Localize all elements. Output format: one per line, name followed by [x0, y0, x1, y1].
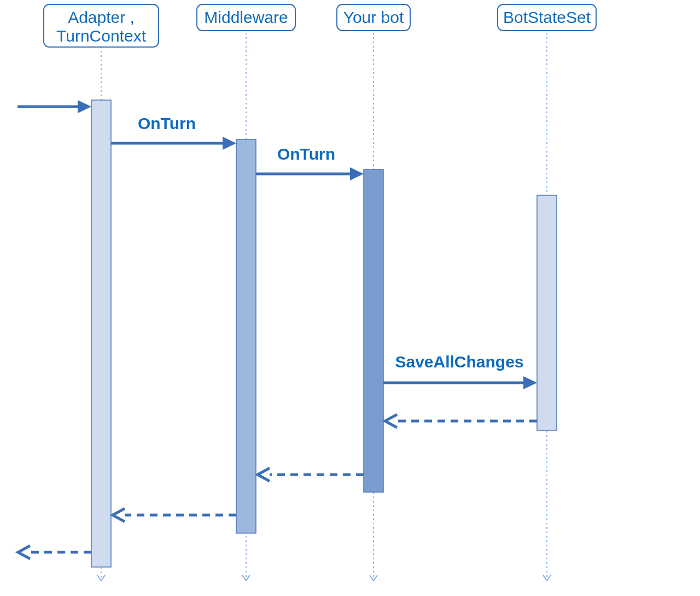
activation-yourbot	[364, 170, 383, 492]
sequence-diagram: Adapter , TurnContext Middleware Your bo…	[0, 0, 700, 596]
label-onturn-1: OnTurn	[138, 114, 196, 132]
arrowhead-icon	[78, 100, 91, 113]
arrowhead-open-icon	[113, 509, 125, 522]
participant-adapter-label-2: TurnContext	[56, 27, 147, 45]
participant-middleware-label: Middleware	[204, 8, 288, 26]
arrowhead-open-icon	[258, 468, 270, 481]
participant-adapter-label-1: Adapter ,	[68, 8, 135, 26]
arrowhead-open-icon	[385, 414, 397, 428]
arrowhead-open-icon	[18, 546, 30, 559]
arrowhead-icon	[223, 137, 236, 150]
activation-middleware	[236, 139, 256, 533]
arrowhead-icon	[523, 376, 537, 389]
participant-yourbot-label: Your bot	[343, 8, 404, 26]
label-saveallchanges: SaveAllChanges	[395, 353, 523, 371]
participant-botstateset-label: BotStateSet	[503, 8, 591, 26]
activation-adapter	[91, 100, 111, 567]
activation-botstateset	[537, 195, 557, 430]
arrowhead-icon	[350, 167, 364, 180]
label-onturn-2: OnTurn	[277, 145, 335, 163]
